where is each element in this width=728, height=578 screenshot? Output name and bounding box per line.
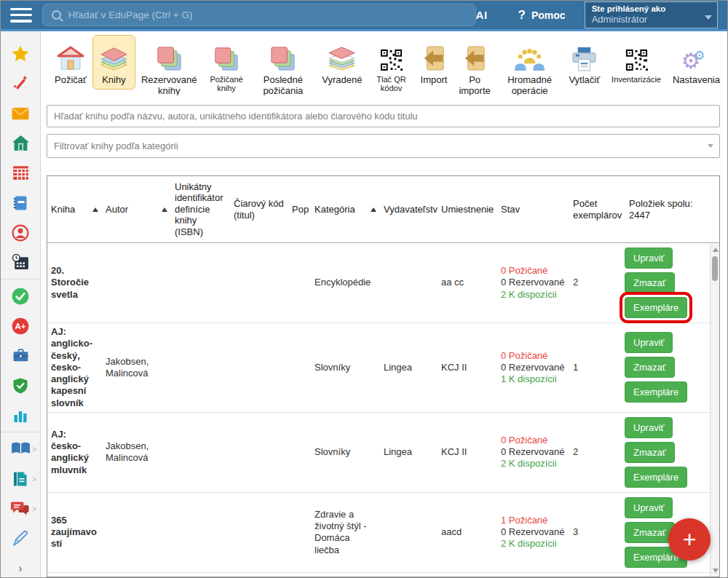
book-isbn [171,449,230,455]
toolbar-item-vyradene[interactable]: Vyradené [316,35,368,90]
sidebar-item-library[interactable]: > [1,434,40,464]
hamburger-menu-icon[interactable] [10,8,32,23]
sidebar-item-favorites[interactable] [1,39,40,68]
question-mark-icon: ? [518,8,526,23]
add-book-fab[interactable]: + [668,518,711,561]
book-pop [288,529,311,535]
copies-button[interactable]: Exempláre [625,381,687,403]
status-reserved: 0 Rezervované [501,446,566,458]
table-row: Zdravie a 0 Požičané Upraviť [47,573,719,577]
sort-asc-icon [162,207,167,212]
sidebar-item-security[interactable] [1,371,40,400]
briefcase-icon [12,347,30,365]
delete-button[interactable]: Zmazať [625,522,675,543]
sidebar-item-attendance[interactable] [1,281,40,311]
book-search-input[interactable] [47,105,720,127]
help-button[interactable]: ? Pomoc [518,8,566,23]
sort-asc-icon [92,207,98,212]
toolbar-item-pozicat[interactable]: Požičať [49,35,92,90]
toolbar-item-inventarizacie[interactable]: Inventarizácie [606,35,667,87]
sidebar-item-grades[interactable]: A+ [1,311,40,341]
toolbar-item-label: Vytlačiť [569,75,600,86]
book-isbn [171,365,230,371]
toolbar-item-label: Import [421,75,448,86]
book-author: Jakobsen, Malincová [102,438,171,467]
sidebar-item-classbook[interactable] [1,188,40,218]
status-available: 2 K dispozícii [501,538,566,550]
toolbar-item-pozicane-knihy[interactable]: Požičané knihy [203,35,250,97]
delete-button[interactable]: Zmazať [625,442,675,463]
book-barcode [230,529,288,535]
status-available: 2 K dispozícii [501,289,566,301]
sidebar-item-results[interactable] [1,400,40,430]
sidebar-item-people[interactable] [1,218,40,248]
column-header-stav: Stav [497,201,569,218]
edit-button[interactable]: Upraviť [625,417,673,438]
toolbar-item-label: Po importe [459,75,490,96]
envelope-icon [11,104,30,123]
column-header-autor[interactable]: Autor [102,201,171,218]
column-header-kniha[interactable]: Kniha [47,201,102,218]
star-icon [11,44,30,63]
copies-button[interactable]: Exempláre [625,467,687,488]
sidebar-item-documents[interactable]: > [1,464,40,494]
book-barcode [230,365,288,371]
delete-button[interactable]: Zmazať [625,357,675,378]
edit-button[interactable]: Upraviť [625,248,673,269]
sidebar-item-messages[interactable] [1,98,40,128]
main-content: Filtrovať knihy podľa kategórii Kniha Au… [41,95,727,577]
toolbar-item-vytlacit[interactable]: Vytlačiť [563,35,606,90]
copies-button-highlighted[interactable]: Exempláre [625,297,687,318]
scroll-up-icon[interactable] [713,248,719,252]
toolbar-item-label: Rezervované knihy [141,75,197,96]
sidebar-item-magic[interactable] [1,68,40,98]
sidebar-item-writer[interactable] [1,523,40,553]
toolbar-item-hromadne-operacie[interactable]: Hromadné operácie [496,35,563,100]
qr-code-icon [625,39,649,72]
category-filter-select[interactable]: Filtrovať knihy podľa kategórii [47,134,720,158]
status-borrowed: 0 Požičané [501,265,566,277]
scrollbar-thumb[interactable] [712,256,718,281]
table-scrollbar[interactable] [710,244,719,577]
toolbar-item-import[interactable]: Import [415,35,454,90]
toolbar-item-knihy[interactable]: Knihy [92,35,135,90]
toolbar-item-posledne-pozicania[interactable]: Posledné požičania [250,35,317,100]
sidebar-item-discussions[interactable]: > [1,494,40,523]
toolbar-item-nastavenia[interactable]: ⚙⚙ Nastavenia [667,35,726,90]
scroll-down-icon[interactable] [713,569,719,573]
plus-icon: + [683,526,697,553]
journal-icon [12,470,29,488]
column-header-kategoria[interactable]: Kategória [311,201,380,218]
ai-button[interactable]: AI [476,9,488,21]
sidebar-item-more[interactable]: › [1,553,40,578]
book-author [102,529,171,535]
toolbar-item-po-importe[interactable]: Po importe [453,35,496,100]
check-circle-icon [11,287,30,306]
search-icon [52,10,61,20]
book-author: Jakobsen, Malincová [102,353,171,383]
toolbar-item-rezervovane-knihy[interactable]: Rezervované knihy [135,35,203,100]
svg-text:A+: A+ [15,322,26,330]
book-publisher: Lingea [380,443,438,461]
items-total-value: 2447 [629,210,706,221]
table-row: AJ: anglicko-český, česko-anglický kapes… [47,323,719,413]
edit-button[interactable]: Upraviť [625,497,673,518]
sidebar-item-calendar[interactable] [1,248,40,277]
submenu-chevron-icon: > [32,475,36,483]
book-title: 365 zaujímavostí [47,512,102,553]
book-pop [288,365,311,371]
sort-asc-icon [371,207,376,212]
sidebar-item-timetable[interactable] [1,158,40,188]
sidebar-item-agenda[interactable] [1,341,40,371]
user-menu[interactable]: Ste prihlásený ako Administrátor [585,1,718,28]
delete-button[interactable]: Zmazať [625,272,675,293]
edit-button[interactable]: Upraviť [625,332,673,353]
pen-icon [12,530,29,547]
book-layers-icon [98,39,130,72]
toolbar-item-label: Posledné požičania [256,75,311,96]
stacked-cards-icon [213,39,240,72]
toolbar-item-tlac-qr-kodov[interactable]: Tlač QR kódov [368,35,414,97]
row-actions: Upraviť Zmazať Exempláre [623,328,710,407]
global-search-input[interactable]: Hľadať v EduPage (Ctrl + G) [42,4,476,26]
sidebar-item-home[interactable] [1,128,40,158]
